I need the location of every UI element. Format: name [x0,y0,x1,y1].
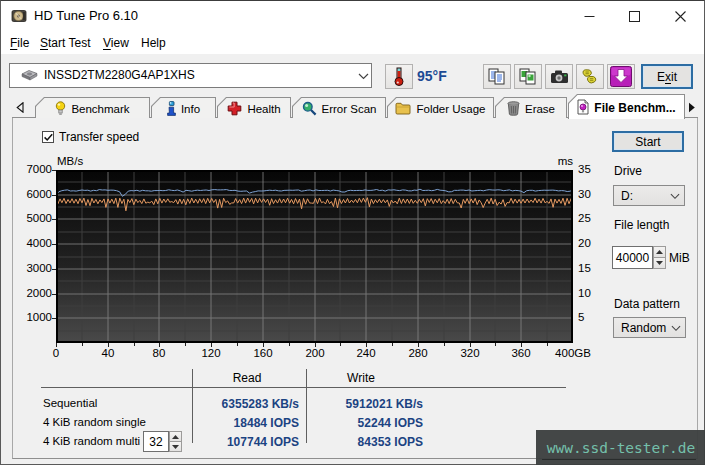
scroll-tabs-right-button[interactable] [685,100,699,115]
tab-erase[interactable]: Erase [495,97,567,118]
spin-up-button[interactable] [169,431,182,442]
results-header-rule [41,387,566,388]
x-axis-minor-tick [392,343,393,346]
tab-error-scan[interactable]: Error Scan [292,97,386,118]
copy-text-icon [488,68,506,85]
donate-button[interactable] [576,64,604,89]
scroll-tabs-left-button[interactable] [13,100,27,115]
row-sequential-read: 6355283 KB/s [189,397,299,411]
tab-file-benchmark[interactable]: File Benchm... [568,94,685,119]
y-axis-left-tick-label: 1000 [13,311,52,323]
x-axis-minor-tick [444,343,445,346]
file-length-spinner[interactable] [653,246,666,269]
maximize-icon [629,11,640,22]
menu-view[interactable]: View [103,36,129,50]
y-axis-left-tick-label: 3000 [13,262,52,274]
file-length-value: 40000 [616,251,649,265]
watermark-badge: www.ssd-tester.de [536,430,705,465]
data-pattern-select[interactable]: Random [613,317,686,338]
tab-file-benchmark-label: File Benchm... [594,101,675,115]
exit-button-label: Exit [657,70,677,84]
drive-select-value: D: [621,189,633,203]
close-button[interactable] [658,1,703,31]
x-axis-tick-label: 320 [450,347,490,359]
file-benchmark-icon [577,99,589,115]
y-axis-right-tick-label: 15 [578,262,591,274]
menu-file[interactable]: File [10,36,29,50]
info-icon [167,101,176,116]
row-random-single-read: 18484 IOPS [189,416,299,430]
chevron-down-icon [671,325,681,332]
row-random-multi-write: 84353 IOPS [313,435,423,449]
tab-health-label: Health [247,103,280,115]
start-button[interactable]: Start [612,131,684,152]
x-axis-tick-label: 160 [243,347,283,359]
x-axis-tick [108,343,109,347]
spin-up-button[interactable] [653,246,666,258]
x-axis-tick [418,343,419,347]
close-icon [675,11,686,22]
menu-start-test[interactable]: Start Test [40,36,91,50]
arrow-left-icon [16,102,24,113]
screenshot-camera-icon [550,69,569,84]
queue-depth-input[interactable]: 32 [143,431,169,452]
screenshot-button[interactable] [545,64,573,89]
tab-info[interactable]: Info [151,97,216,118]
watermark-underline [542,459,696,460]
exit-button[interactable]: Exit [641,64,693,89]
temperature-button[interactable] [385,64,413,89]
y-axis-left-tick-label: 4000 [13,237,52,249]
menu-help[interactable]: Help [141,36,166,50]
row-random-single-label: 4 KiB random single [43,416,146,428]
minimize-button[interactable] [567,1,612,31]
x-axis-minor-tick [82,343,83,346]
tab-erase-label: Erase [525,103,555,115]
save-download-icon [610,66,632,87]
magnifier-icon [302,101,317,116]
x-axis-tick-label: 200 [295,347,335,359]
benchmark-plot [56,170,573,343]
queue-depth-value: 32 [149,435,162,449]
file-length-input[interactable]: 40000 [612,246,653,269]
y-axis-left-tick-label: 6000 [13,188,52,200]
y-axis-right-tick-label: 25 [578,212,591,224]
window-title: HD Tune Pro 6.10 [34,8,138,23]
tab-health[interactable]: Health [217,97,291,118]
copy-text-button[interactable] [483,64,511,89]
row-random-multi-read: 107744 IOPS [189,435,299,449]
folder-icon [395,101,411,115]
x-axis-tick-label: 40 [88,347,128,359]
app-disk-icon [11,8,27,24]
temperature-value: 95°F [417,68,447,84]
x-axis-tick-label: 120 [191,347,231,359]
spin-down-button[interactable] [169,442,182,452]
tab-benchmark[interactable]: Benchmark [35,97,150,118]
disk-icon [20,69,39,83]
x-axis-minor-tick [289,343,290,346]
x-axis-tick [366,343,367,347]
x-axis-tick [211,343,212,347]
x-axis-minor-tick [185,343,186,346]
y-axis-right-tick-label: 35 [578,163,591,175]
spin-down-icon [172,445,179,449]
drive-select[interactable]: D: [613,185,685,206]
transfer-speed-checkbox[interactable] [42,131,54,143]
file-length-unit: MiB [669,251,690,265]
maximize-button[interactable] [612,1,657,31]
x-axis-minor-tick [237,343,238,346]
checkmark-icon [43,132,54,143]
copy-image-button[interactable] [514,64,542,89]
device-select-value: INSSD2TM2280G4AP1XHS [44,68,195,82]
row-random-multi-label: 4 KiB random multi [43,435,140,447]
device-select[interactable]: INSSD2TM2280G4AP1XHS [9,63,372,88]
download-button[interactable] [607,64,635,89]
y-axis-right-tick-label: 20 [578,237,591,249]
x-axis-tick-label: 80 [139,347,179,359]
queue-depth-spinner[interactable] [169,431,182,452]
row-random-single-write: 52244 IOPS [313,416,423,430]
thermometer-icon [393,67,405,86]
y-axis-unit-right: ms [534,155,573,167]
spin-down-button[interactable] [653,258,666,269]
arrow-right-icon [688,102,696,113]
tab-folder-usage[interactable]: Folder Usage [387,97,494,118]
